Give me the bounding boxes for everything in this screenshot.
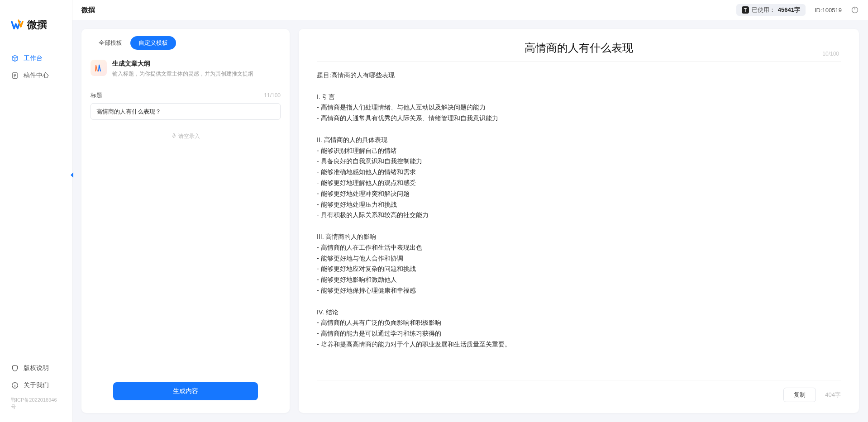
form-section: 标题 11/100 [81,86,290,125]
logo-text: 微撰 [27,18,47,32]
panel-right: 高情商的人有什么表现 10/100 题目:高情商的人有哪些表现 I. 引言 - … [299,29,859,413]
voice-input-hint[interactable]: 请空录入 [81,125,290,147]
panel-left: 全部模板 自定义模板 生成文章大纲 输入标题，为你提供文章主体的灵感，并为其创建… [81,29,290,413]
sidebar-footer: 版权说明 关于我们 鄂ICP备2022016946号 [0,360,72,413]
char-count: 11/100 [264,92,281,99]
nav-label: 工作台 [24,54,43,62]
usage-badge: T 已使用： 45641字 [736,4,806,16]
svg-rect-9 [173,133,175,136]
output-header: 高情商的人有什么表现 10/100 [299,29,859,60]
icp-text: 鄂ICP备2022016946号 [0,394,72,413]
main: 微撰 T 已使用： 45641字 ID:100519 全部模板 自定义模板 [72,0,868,422]
output-footer: 复制 404字 [299,380,859,413]
topbar-right: T 已使用： 45641字 ID:100519 [736,4,859,16]
text-icon: T [742,6,749,14]
nav-label: 稿件中心 [24,71,49,80]
topbar-title: 微撰 [81,6,95,14]
user-id: ID:100519 [815,7,842,14]
voice-text: 请空录入 [178,133,200,140]
mic-icon [171,133,176,140]
logo-icon [11,19,24,31]
tabs: 全部模板 自定义模板 [81,29,290,53]
cube-icon [11,54,19,62]
output-title-count: 10/100 [822,51,839,57]
generate-button[interactable]: 生成内容 [113,382,258,400]
usage-value: 45641字 [778,6,800,14]
power-icon[interactable] [851,6,859,14]
nav-item-drafts[interactable]: 稿件中心 [0,67,72,84]
template-card: 生成文章大纲 输入标题，为你提供文章主体的灵感，并为其创建推文提纲 [81,53,290,86]
document-icon [11,71,19,80]
title-input[interactable] [91,103,281,120]
tab-custom-template[interactable]: 自定义模板 [130,36,176,50]
copy-button[interactable]: 复制 [783,388,816,402]
svg-point-6 [14,384,15,384]
nav-label: 版权说明 [24,364,49,372]
shield-icon [11,364,19,372]
generate-bar: 生成内容 [81,373,290,413]
template-icon [91,60,107,76]
template-title: 生成文章大纲 [112,60,253,68]
tab-all-templates[interactable]: 全部模板 [91,36,130,50]
output-word-count: 404字 [825,391,841,399]
template-desc: 输入标题，为你提供文章主体的灵感，并为其创建推文提纲 [112,70,253,78]
topbar: 微撰 T 已使用： 45641字 ID:100519 [72,0,868,20]
form-label: 标题 [91,91,102,100]
info-icon [11,381,19,389]
usage-prefix: 已使用： [752,6,775,14]
nav-label: 关于我们 [24,381,49,389]
left-spacer [81,147,290,373]
nav-item-workspace[interactable]: 工作台 [0,50,72,67]
logo: 微撰 [0,9,72,50]
output-title: 高情商的人有什么表现 [317,41,841,55]
form-label-row: 标题 11/100 [91,91,281,100]
nav-item-copyright[interactable]: 版权说明 [0,360,72,377]
sidebar-collapse-handle[interactable] [69,171,75,179]
sidebar: 微撰 工作台 稿件中心 版权说明 [0,0,72,422]
output-body[interactable]: 题目:高情商的人有哪些表现 I. 引言 - 高情商是指人们处理情绪、与他人互动以… [299,62,859,380]
nav-item-about[interactable]: 关于我们 [0,377,72,394]
template-info: 生成文章大纲 输入标题，为你提供文章主体的灵感，并为其创建推文提纲 [112,60,253,78]
nav: 工作台 稿件中心 [0,50,72,360]
app-root: 微撰 工作台 稿件中心 版权说明 [0,0,868,422]
content: 全部模板 自定义模板 生成文章大纲 输入标题，为你提供文章主体的灵感，并为其创建… [72,20,868,422]
